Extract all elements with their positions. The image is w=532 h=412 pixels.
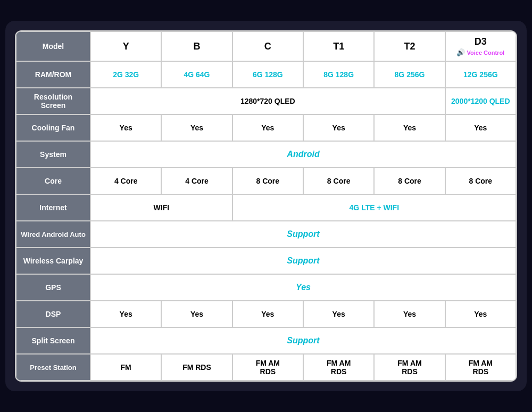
- preset-station-header: Preset Station: [16, 354, 90, 381]
- ram-c: 6G 128G: [232, 61, 303, 88]
- wireless-carplay-value: Support: [90, 248, 516, 274]
- voice-icon: 🔊: [456, 48, 465, 56]
- wired-android-value: Support: [90, 221, 516, 248]
- preset-d3: FM AM RDS: [445, 354, 516, 381]
- resolution-d3: 2000*1200 QLED: [445, 88, 516, 114]
- preset-y: FM: [90, 354, 161, 381]
- core-b: 4 Core: [161, 168, 232, 194]
- core-y: 4 Core: [90, 168, 161, 194]
- comparison-table: Model Y B C T1 T2 D3 🔊 Voice Control RAM…: [15, 30, 517, 382]
- preset-t2: FM AM RDS: [374, 354, 445, 381]
- grid: Model Y B C T1 T2 D3 🔊 Voice Control RAM…: [16, 31, 516, 381]
- fan-y: Yes: [90, 114, 161, 141]
- model-t1: T1: [303, 31, 374, 61]
- wireless-carplay-header: Wireless Carplay: [16, 248, 90, 274]
- ram-b: 4G 64G: [161, 61, 232, 88]
- model-c: C: [232, 31, 303, 61]
- core-c: 8 Core: [232, 168, 303, 194]
- preset-b: FM RDS: [161, 354, 232, 381]
- system-value: Android: [90, 141, 516, 168]
- fan-t1: Yes: [303, 114, 374, 141]
- cooling-fan-header: Cooling Fan: [16, 114, 90, 141]
- internet-wifi: WIFI: [90, 194, 232, 221]
- outer-container: Model Y B C T1 T2 D3 🔊 Voice Control RAM…: [5, 21, 527, 391]
- system-header: System: [16, 141, 90, 168]
- model-y: Y: [90, 31, 161, 61]
- ram-d3: 12G 256G: [445, 61, 516, 88]
- dsp-header: DSP: [16, 301, 90, 327]
- dsp-y: Yes: [90, 301, 161, 327]
- core-d3: 8 Core: [445, 168, 516, 194]
- split-screen-header: Split Screen: [16, 327, 90, 354]
- internet-lte: 4G LTE + WIFI: [232, 194, 516, 221]
- core-t2: 8 Core: [374, 168, 445, 194]
- preset-t1: FM AM RDS: [303, 354, 374, 381]
- gps-header: GPS: [16, 274, 90, 301]
- gps-value: Yes: [90, 274, 516, 301]
- resolution-standard: 1280*720 QLED: [90, 88, 445, 114]
- internet-header: Internet: [16, 194, 90, 221]
- dsp-t2: Yes: [374, 301, 445, 327]
- model-d3: D3 🔊 Voice Control: [445, 31, 516, 61]
- dsp-b: Yes: [161, 301, 232, 327]
- fan-t2: Yes: [374, 114, 445, 141]
- model-header: Model: [16, 31, 90, 61]
- ram-y: 2G 32G: [90, 61, 161, 88]
- model-t2: T2: [374, 31, 445, 61]
- ram-t2: 8G 256G: [374, 61, 445, 88]
- resolution-header: Resolution Screen: [16, 88, 90, 114]
- model-b: B: [161, 31, 232, 61]
- core-header: Core: [16, 168, 90, 194]
- ram-t1: 8G 128G: [303, 61, 374, 88]
- core-t1: 8 Core: [303, 168, 374, 194]
- dsp-d3: Yes: [445, 301, 516, 327]
- wired-android-header: Wired Android Auto: [16, 221, 90, 248]
- voice-label: Voice Control: [467, 50, 504, 56]
- dsp-c: Yes: [232, 301, 303, 327]
- fan-d3: Yes: [445, 114, 516, 141]
- model-d3-label: D3: [475, 36, 487, 47]
- fan-c: Yes: [232, 114, 303, 141]
- ram-rom-header: RAM/ROM: [16, 61, 90, 88]
- preset-c: FM AM RDS: [232, 354, 303, 381]
- split-screen-value: Support: [90, 327, 516, 354]
- dsp-t1: Yes: [303, 301, 374, 327]
- fan-b: Yes: [161, 114, 232, 141]
